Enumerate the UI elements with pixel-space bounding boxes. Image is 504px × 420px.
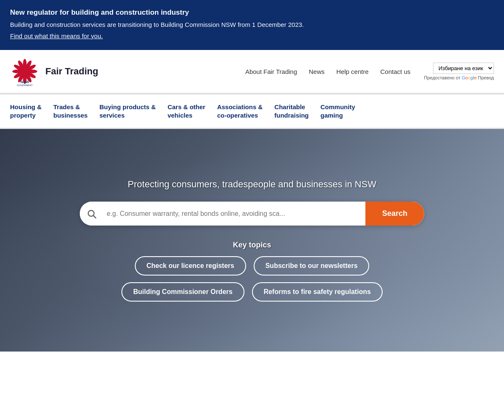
nav-item-cars: Cars & othervehicles — [168, 94, 217, 128]
hero-tagline: Protecting consumers, tradespeople and b… — [128, 179, 376, 190]
nav-contact[interactable]: Contact us — [381, 68, 411, 75]
topic-pill-newsletters[interactable]: Subscribe to our newsletters — [254, 256, 370, 276]
topic-pill-commissioner[interactable]: Building Commissioner Orders — [121, 282, 244, 302]
main-nav-list: Housing &property Trades &businesses Buy… — [10, 94, 494, 128]
search-icon — [87, 209, 97, 219]
hero-section: Protecting consumers, tradespeople and b… — [0, 129, 504, 352]
search-button[interactable]: Search — [365, 202, 424, 226]
svg-line-16 — [94, 215, 96, 218]
header-nav: About Fair Trading News Help centre Cont… — [245, 68, 410, 75]
google-translate-attribution: Предоставено от Google Превод — [424, 75, 494, 80]
nav-news[interactable]: News — [309, 68, 325, 75]
nav-item-housing: Housing &property — [10, 94, 53, 128]
nav-item-trades: Trades &businesses — [53, 94, 100, 128]
nav-link-buying[interactable]: Buying products &services — [100, 94, 168, 128]
logo-area: NSW GOVERNMENT Fair Trading — [10, 57, 98, 86]
nsw-government-logo: NSW GOVERNMENT — [10, 57, 39, 86]
nav-link-associations[interactable]: Associations &co-operatives — [217, 94, 274, 128]
announcement-banner: New regulator for building and construct… — [0, 0, 504, 50]
svg-text:NSW: NSW — [21, 80, 29, 84]
search-icon-wrapper — [80, 202, 103, 226]
search-bar: Search — [80, 202, 424, 226]
nav-link-charitable[interactable]: Charitablefundraising — [274, 94, 320, 128]
key-topics-title: Key topics — [233, 241, 271, 249]
nav-link-gaming[interactable]: Communitygaming — [320, 94, 367, 128]
hero-content: Protecting consumers, tradespeople and b… — [0, 179, 504, 302]
svg-point-12 — [22, 68, 28, 74]
nav-link-trades[interactable]: Trades &businesses — [53, 94, 100, 128]
language-select-dropdown[interactable]: Избиране на език — [433, 63, 494, 74]
nav-help[interactable]: Help centre — [336, 68, 369, 75]
topic-pill-licence[interactable]: Check our licence registers — [135, 256, 246, 276]
announcement-link[interactable]: Find out what this means for you. — [10, 32, 103, 39]
search-input[interactable] — [103, 202, 365, 226]
nav-item-associations: Associations &co-operatives — [217, 94, 274, 128]
key-topics: Key topics Check our licence registers S… — [121, 241, 383, 302]
nav-item-buying: Buying products &services — [100, 94, 168, 128]
language-selector: Избиране на език Предоставено от Google … — [424, 63, 494, 80]
site-header: NSW GOVERNMENT Fair Trading About Fair T… — [0, 50, 504, 93]
main-nav: Housing &property Trades &businesses Buy… — [0, 93, 504, 129]
topic-pill-fire-safety[interactable]: Reforms to fire safety regulations — [252, 282, 383, 302]
nav-item-gaming: Communitygaming — [320, 94, 367, 128]
key-topics-row-1: Check our licence registers Subscribe to… — [135, 256, 370, 276]
nav-link-housing[interactable]: Housing &property — [10, 94, 53, 128]
site-title: Fair Trading — [45, 66, 98, 77]
nav-link-cars[interactable]: Cars & othervehicles — [168, 94, 217, 128]
nav-item-charitable: Charitablefundraising — [274, 94, 320, 128]
key-topics-row-2: Building Commissioner Orders Reforms to … — [121, 282, 383, 302]
announcement-description: Building and construction services are t… — [10, 21, 494, 28]
svg-text:GOVERNMENT: GOVERNMENT — [17, 84, 33, 86]
announcement-title: New regulator for building and construct… — [10, 8, 494, 17]
nav-about[interactable]: About Fair Trading — [245, 68, 297, 75]
